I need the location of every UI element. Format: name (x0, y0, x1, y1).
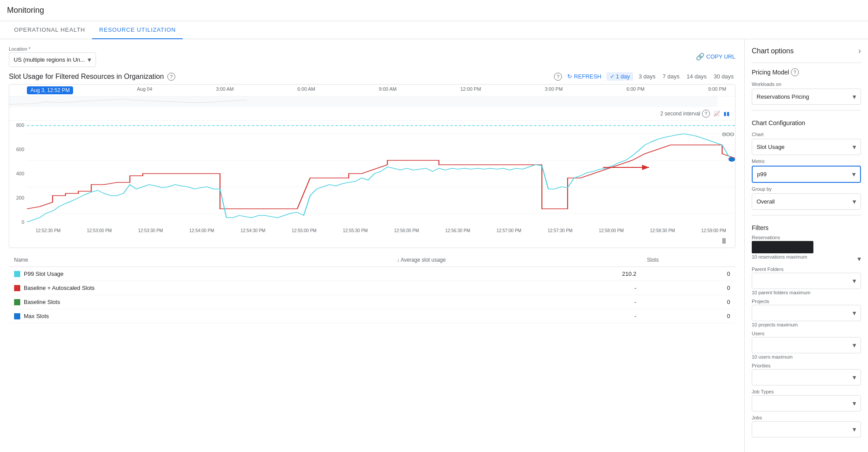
color-indicator (14, 285, 20, 291)
chevron-down-icon: ▾ (853, 341, 856, 349)
cell-avg: - (392, 295, 642, 309)
pricing-model-help-icon[interactable]: ? (791, 68, 799, 76)
divider-2 (752, 110, 861, 111)
time-opt-30days[interactable]: 30 days (712, 72, 735, 81)
chevron-down-icon: ▾ (853, 93, 856, 101)
time-axis-top: Aug 3, 12:52 PM Aug 04 3:00 AM 6:00 AM 9… (9, 85, 735, 96)
location-label: Location * (9, 46, 94, 52)
cell-slots: 0 (642, 309, 735, 323)
controls-help-icon[interactable]: ? (554, 73, 562, 81)
time-top-8: 9:00 PM (708, 86, 726, 94)
time-opt-14days[interactable]: 14 days (685, 72, 709, 81)
time-b-12: 12:58:00 PM (599, 228, 624, 233)
y-label-400: 400 (16, 171, 24, 176)
cell-avg: 210.2 (392, 267, 642, 281)
time-top-5: 12:00 PM (460, 86, 481, 94)
y-label-800: 800 (16, 122, 24, 128)
metric-label: Metric (752, 159, 861, 164)
projects-label: Projects (752, 299, 861, 304)
users-label: Users (752, 331, 861, 336)
users-filter: Users ▾ 10 users maximum (752, 331, 861, 359)
line-chart-icon[interactable]: 📈 (713, 111, 720, 117)
y-label-600: 600 (16, 147, 24, 152)
users-hint: 10 users maximum (752, 354, 861, 359)
link-icon: 🔗 (696, 52, 705, 61)
group-by-select[interactable]: Overall ▾ (752, 193, 861, 210)
job-types-label: Job Types (752, 389, 861, 394)
table-row: Max Slots - 0 (9, 309, 735, 323)
metric-value: p99 (757, 171, 767, 178)
jobs-label: Jobs (752, 415, 861, 420)
chevron-down-icon: ▾ (853, 143, 856, 151)
col-slots: Slots (642, 253, 735, 267)
location-value: US (multiple regions in Un... (14, 56, 85, 63)
chart-title-area: Slot Usage for Filtered Resources in Org… (9, 73, 175, 81)
jobs-filter: Jobs ▾ (752, 415, 861, 437)
chevron-down-icon: ▾ (853, 197, 856, 206)
pause-icon[interactable]: ⏸ (720, 237, 728, 246)
projects-filter: Projects ▾ 10 projects maximum (752, 299, 861, 327)
chart-svg: ★ 800 (27, 121, 735, 226)
job-types-select[interactable]: ▾ (752, 395, 861, 411)
time-opt-3days[interactable]: 3 days (637, 72, 657, 81)
chart-field-select[interactable]: Slot Usage ▾ (752, 139, 861, 155)
chevron-down-icon: ▾ (853, 277, 856, 285)
data-table: Name ↓ Average slot usage Slots P99 Slot… (9, 253, 735, 323)
main-layout: Location * US (multiple regions in Un...… (0, 39, 868, 452)
cell-avg: - (392, 309, 642, 323)
parent-folders-label: Parent Folders (752, 267, 861, 272)
time-opt-1day[interactable]: ✓ 1 day (606, 72, 633, 81)
tab-resource-utilization[interactable]: RESOURCE UTILIZATION (92, 21, 183, 39)
chevron-down-icon: ▾ (88, 56, 91, 64)
chevron-down-icon[interactable]: ▾ (857, 255, 861, 263)
chart-config-label: Chart Configuration (752, 119, 861, 126)
chart-body: 800 600 400 200 0 (9, 121, 735, 226)
svg-rect-0 (9, 96, 717, 107)
y-label-0: 0 (22, 219, 24, 225)
chart-configuration-section: Chart Configuration Chart Slot Usage ▾ M… (752, 119, 861, 210)
time-axis-bottom: 12:52:30 PM 12:53:00 PM 12:53:30 PM 12:5… (9, 226, 735, 235)
sort-icon: ↓ (397, 257, 401, 263)
projects-select[interactable]: ▾ (752, 305, 861, 321)
chart-plot: ★ 800 (27, 121, 735, 226)
time-b-2: 12:53:00 PM (87, 228, 112, 233)
time-b-6: 12:55:00 PM (292, 228, 317, 233)
chart-field-value: Slot Usage (757, 144, 785, 150)
bar-chart-icon[interactable]: ▮▮ (724, 111, 730, 117)
date-badge: Aug 3, 12:52 PM (27, 86, 73, 94)
interval-help-icon[interactable]: ? (702, 110, 710, 118)
copy-url-button[interactable]: 🔗 COPY URL (696, 52, 735, 61)
close-panel-icon[interactable]: › (858, 46, 861, 56)
chart-container: Aug 3, 12:52 PM Aug 04 3:00 AM 6:00 AM 9… (9, 84, 735, 248)
group-by-label: Group by (752, 186, 861, 192)
reservations-value-bar (752, 241, 813, 253)
svg-point-6 (728, 157, 735, 162)
chevron-down-icon: ▾ (853, 309, 856, 317)
refresh-button[interactable]: ↻ REFRESH (567, 73, 601, 80)
parent-folders-select[interactable]: ▾ (752, 273, 861, 289)
cell-slots: 0 (642, 281, 735, 295)
title-help-icon[interactable]: ? (167, 73, 175, 81)
location-select[interactable]: US (multiple regions in Un... ▾ (9, 52, 96, 67)
col-avg[interactable]: ↓ Average slot usage (392, 253, 642, 267)
color-indicator (14, 299, 20, 305)
cell-name: Max Slots (9, 309, 392, 323)
time-b-5: 12:54:30 PM (240, 228, 266, 233)
tab-operational-health[interactable]: OPERATIONAL HEALTH (7, 21, 92, 39)
priorities-select[interactable]: ▾ (752, 369, 861, 385)
table-row: Baseline Slots - 0 (9, 295, 735, 309)
pricing-model-value: Reservations Pricing (757, 93, 809, 100)
users-select[interactable]: ▾ (752, 337, 861, 353)
tabs-bar: OPERATIONAL HEALTH RESOURCE UTILIZATION (0, 21, 868, 39)
location-row: Location * US (multiple regions in Un...… (9, 46, 735, 67)
jobs-select[interactable]: ▾ (752, 421, 861, 437)
time-b-13: 12:58:30 PM (650, 228, 675, 233)
pricing-model-select[interactable]: Reservations Pricing ▾ (752, 89, 861, 105)
interval-info: 2 second interval ? (660, 110, 710, 118)
time-opt-7days[interactable]: 7 days (661, 72, 681, 81)
metric-select[interactable]: p99 ▾ (752, 166, 861, 183)
time-top-6: 3:00 PM (545, 86, 563, 94)
time-top-7: 6:00 PM (626, 86, 644, 94)
time-b-4: 12:54:00 PM (189, 228, 214, 233)
panel-title: Chart options › (752, 46, 861, 56)
